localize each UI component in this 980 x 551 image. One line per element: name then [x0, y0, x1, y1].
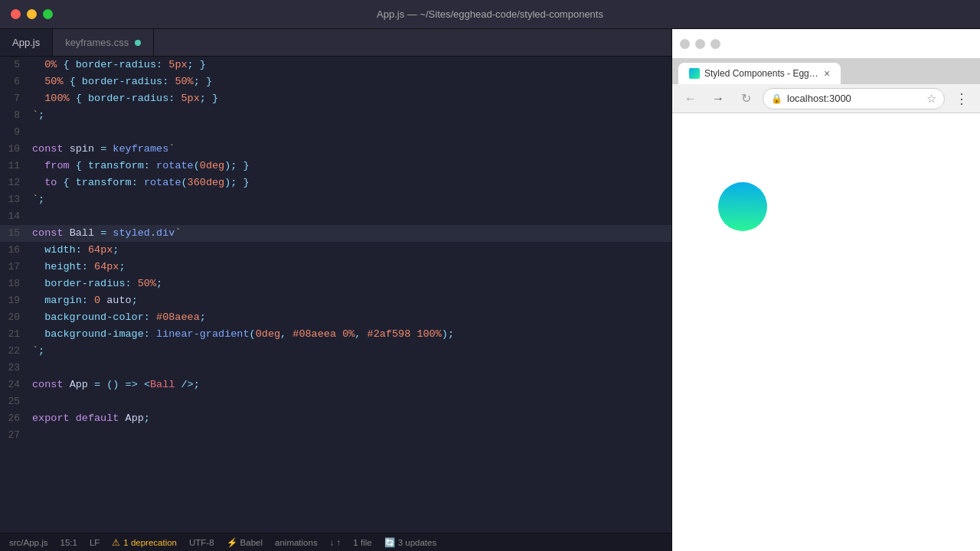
- back-button[interactable]: ←: [680, 88, 701, 109]
- browser-toolbar: ← → ↻ 🔒 localhost:3000 ☆ ⋮: [672, 84, 980, 113]
- status-bar: src/App.js 15:1 LF ⚠ 1 deprecation UTF-8…: [0, 533, 671, 551]
- status-charset: UTF-8: [189, 538, 214, 547]
- code-line-12: 12 to { transform: rotate(360deg); }: [0, 174, 671, 191]
- code-line-27: 27: [0, 427, 671, 444]
- bookmark-icon[interactable]: ☆: [926, 92, 936, 106]
- browser-active-tab[interactable]: Styled Components - Egghead ×: [678, 63, 841, 84]
- browser-max-btn[interactable]: [710, 39, 720, 49]
- code-line-10: 10 const spin = keyframes`: [0, 141, 671, 158]
- code-line-26: 26 export default App;: [0, 410, 671, 427]
- code-line-17: 17 height: 64px;: [0, 259, 671, 276]
- window-controls: [0, 9, 53, 19]
- main-layout: App.js keyframes.css 5 0% { border-radiu…: [0, 29, 980, 551]
- code-line-6: 6 50% { border-radius: 50%; }: [0, 73, 671, 90]
- code-line-7: 7 100% { border-radius: 5px; }: [0, 90, 671, 107]
- status-updates: 🔄 3 updates: [384, 537, 437, 548]
- status-path: src/App.js: [9, 538, 48, 547]
- forward-button[interactable]: →: [707, 88, 729, 109]
- code-line-20: 20 background-color: #08aeea;: [0, 309, 671, 326]
- tab-keyframes-css[interactable]: keyframes.css: [53, 29, 154, 56]
- window-title: App.js — ~/Sites/egghead-code/styled-com…: [377, 8, 603, 20]
- close-button[interactable]: [11, 9, 21, 19]
- code-line-18: 18 border-radius: 50%;: [0, 276, 671, 292]
- browser-tab-bar: Styled Components - Egghead ×: [672, 58, 980, 84]
- tab-app-js-label: App.js: [12, 37, 40, 48]
- code-line-14: 14: [0, 208, 671, 225]
- editor-tab-bar: App.js keyframes.css: [0, 29, 671, 57]
- code-lines: 5 0% { border-radius: 5px; } 6 50% { bor…: [0, 57, 671, 444]
- title-bar: App.js — ~/Sites/egghead-code/styled-com…: [0, 0, 980, 29]
- code-editor[interactable]: 5 0% { border-radius: 5px; } 6 50% { bor…: [0, 57, 671, 533]
- code-line-24: 24 const App = () => <Ball />;: [0, 377, 671, 393]
- tab-app-js[interactable]: App.js: [0, 29, 53, 56]
- code-line-9: 9: [0, 124, 671, 141]
- lock-icon: 🔒: [771, 93, 782, 104]
- address-bar[interactable]: 🔒 localhost:3000 ☆: [763, 88, 945, 109]
- code-line-23: 23: [0, 360, 671, 377]
- browser-tab-close-icon[interactable]: ×: [824, 68, 830, 79]
- tab-keyframes-css-label: keyframes.css: [65, 37, 129, 48]
- browser-window-controls: [680, 39, 720, 49]
- warning-icon: ⚠: [112, 537, 120, 548]
- status-arrows: ↓ ↑: [330, 538, 341, 547]
- code-line-21: 21 background-image: linear-gradient(0de…: [0, 326, 671, 343]
- status-position: 15:1: [60, 538, 77, 547]
- code-line-13: 13 `;: [0, 191, 671, 208]
- browser-menu-button[interactable]: ⋮: [951, 88, 972, 109]
- editor-panel: App.js keyframes.css 5 0% { border-radiu…: [0, 29, 672, 551]
- code-line-25: 25: [0, 393, 671, 410]
- code-line-16: 16 width: 64px;: [0, 242, 671, 259]
- browser-titlebar: [672, 29, 980, 58]
- status-transpiler: ⚡ Babel: [227, 537, 263, 548]
- status-file: 1 file: [353, 538, 371, 547]
- code-line-5: 5 0% { border-radius: 5px; }: [0, 57, 671, 73]
- code-line-22: 22 `;: [0, 343, 671, 360]
- url-text: localhost:3000: [787, 93, 851, 104]
- status-encoding: LF: [90, 538, 100, 547]
- status-warning: ⚠ 1 deprecation: [112, 537, 177, 548]
- reload-button[interactable]: ↻: [735, 88, 756, 109]
- browser-min-btn[interactable]: [695, 39, 705, 49]
- code-line-11: 11 from { transform: rotate(0deg); }: [0, 158, 671, 174]
- updates-icon: 🔄: [384, 537, 395, 548]
- browser-close-btn[interactable]: [680, 39, 690, 49]
- code-line-8: 8 `;: [0, 107, 671, 124]
- tab-modified-dot: [135, 40, 141, 46]
- animated-ball: [718, 182, 767, 231]
- maximize-button[interactable]: [43, 9, 53, 19]
- browser-viewport: [672, 113, 980, 551]
- code-line-19: 19 margin: 0 auto;: [0, 292, 671, 309]
- browser-panel: Styled Components - Egghead × ← → ↻ 🔒 lo…: [672, 29, 980, 551]
- transpiler-icon: ⚡: [227, 537, 237, 548]
- status-animation: animations: [275, 538, 318, 547]
- minimize-button[interactable]: [27, 9, 37, 19]
- code-line-15: 15 const Ball = styled.div`: [0, 225, 671, 242]
- tab-favicon: [689, 68, 700, 79]
- browser-tab-title: Styled Components - Egghead: [704, 68, 819, 79]
